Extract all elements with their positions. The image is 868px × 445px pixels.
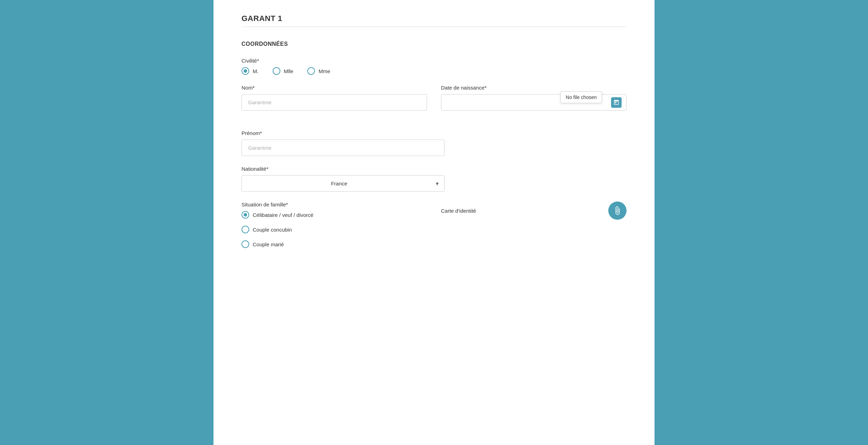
nom-date-row: Nom* Date de naissance* No file chosen 0… [241, 85, 626, 120]
radio-label-mlle: Mlle [284, 68, 294, 74]
calendar-svg [613, 99, 620, 106]
radio-option-marie[interactable]: Couple marié [241, 240, 427, 248]
divider [241, 27, 626, 27]
civilite-label: Civilité* [241, 58, 626, 64]
prenom-label: Prénom* [241, 130, 626, 136]
radio-label-m: M. [253, 68, 259, 74]
attach-file-button[interactable] [608, 202, 626, 220]
radio-label-concubin: Couple concubin [253, 227, 292, 233]
nom-field-group: Nom* [241, 85, 427, 111]
section-title: GARANT 1 [241, 14, 626, 23]
paperclip-icon [613, 206, 622, 215]
carte-identite-section: Carte d'identité [441, 202, 626, 255]
nationalite-field-group: Nationalité* France Belgique Suisse Autr… [241, 166, 626, 192]
no-file-text: No file chosen [566, 94, 597, 100]
radio-input-celibataire[interactable] [241, 211, 249, 219]
radio-option-mme[interactable]: Mme [307, 67, 330, 75]
calendar-icon[interactable] [611, 97, 622, 108]
situation-famille-label: Situation de famille* [241, 202, 427, 207]
prenom-input[interactable] [241, 140, 444, 156]
date-input-wrapper: No file chosen 01-02-1985 [441, 94, 626, 111]
carte-header: Carte d'identité [441, 202, 626, 220]
radio-option-mlle[interactable]: Mlle [273, 67, 294, 75]
carte-identite-label: Carte d'identité [441, 208, 476, 214]
radio-option-celibataire[interactable]: Célibataire / veuf / divorcé [241, 211, 427, 219]
radio-label-mme: Mme [318, 68, 330, 74]
radio-input-m[interactable] [241, 67, 249, 75]
radio-label-marie: Couple marié [253, 241, 284, 247]
nom-label: Nom* [241, 85, 427, 91]
radio-input-mlle[interactable] [273, 67, 280, 75]
radio-input-concubin[interactable] [241, 226, 249, 233]
civilite-group: Civilité* M. Mlle Mme [241, 58, 626, 75]
subsection-title: COORDONNÉES [241, 41, 626, 47]
radio-option-concubin[interactable]: Couple concubin [241, 226, 427, 233]
civilite-radio-group: M. Mlle Mme [241, 67, 626, 75]
no-file-tooltip: No file chosen [560, 91, 602, 103]
bottom-section: Situation de famille* Célibataire / veuf… [241, 202, 626, 255]
radio-input-mme[interactable] [307, 67, 315, 75]
nom-input[interactable] [241, 94, 427, 111]
radio-option-m[interactable]: M. [241, 67, 259, 75]
content-card: GARANT 1 COORDONNÉES Civilité* M. Mlle [214, 0, 654, 445]
situation-famille-section: Situation de famille* Célibataire / veuf… [241, 202, 427, 255]
page-wrapper: GARANT 1 COORDONNÉES Civilité* M. Mlle [0, 0, 868, 445]
radio-label-celibataire: Célibataire / veuf / divorcé [253, 212, 313, 218]
nationalite-select-wrapper: France Belgique Suisse Autre ▼ [241, 175, 444, 192]
radio-input-marie[interactable] [241, 240, 249, 248]
date-naissance-field-group: Date de naissance* No file chosen 01-02-… [441, 85, 626, 111]
nationalite-select[interactable]: France Belgique Suisse Autre [241, 175, 444, 192]
nationalite-label: Nationalité* [241, 166, 626, 172]
prenom-field-group: Prénom* [241, 130, 626, 156]
date-naissance-label: Date de naissance* [441, 85, 626, 91]
